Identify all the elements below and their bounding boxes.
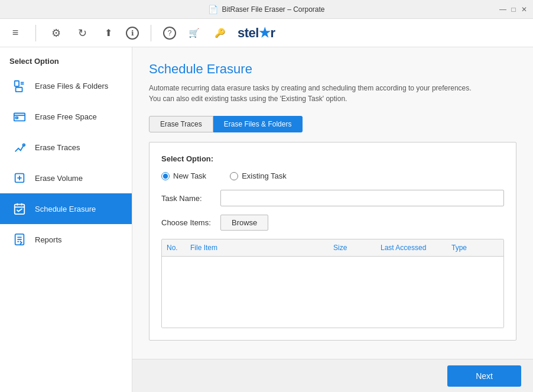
task-name-row: Task Name: <box>161 190 504 206</box>
task-name-label: Task Name: <box>161 194 220 203</box>
radio-new-task-text: New Task <box>173 171 206 180</box>
choose-items-row: Choose Items: Browse <box>161 215 504 231</box>
upload-icon[interactable]: ⬆ <box>100 25 116 41</box>
brand-logo: stel★r <box>238 25 275 41</box>
toolbar: ≡ ⚙ ↻ ⬆ ℹ ? 🛒 🔑 stel★r <box>0 19 533 47</box>
page-desc-line2: You can also edit existing tasks using t… <box>149 95 347 103</box>
sidebar-item-schedule-erasure[interactable]: Schedule Erasure <box>0 193 132 224</box>
help-icon[interactable]: ? <box>163 27 176 40</box>
sidebar-item-erase-free-space[interactable]: Erase Free Space <box>0 101 132 132</box>
erase-traces-icon <box>11 139 28 155</box>
sidebar: Select Option Erase Files & Folders <box>0 47 132 392</box>
sidebar-label-erase-traces: Erase Traces <box>35 143 80 152</box>
col-header-no: No. <box>167 244 190 252</box>
key-icon[interactable]: 🔑 <box>212 25 228 41</box>
task-type-radio-group: New Task Existing Task <box>161 171 504 180</box>
next-button[interactable]: Next <box>447 365 521 387</box>
erase-free-space-icon <box>11 108 28 125</box>
minimize-button[interactable]: — <box>499 5 507 14</box>
col-header-type: Type <box>451 244 499 252</box>
radio-existing-task[interactable] <box>230 172 238 180</box>
page-description: Automate recurring data erasure tasks by… <box>149 83 516 104</box>
sidebar-item-erase-files[interactable]: Erase Files & Folders <box>0 70 132 101</box>
page-title: Schedule Erasure <box>149 61 516 77</box>
svg-rect-6 <box>16 117 18 119</box>
radio-existing-task-label[interactable]: Existing Task <box>230 171 287 180</box>
col-header-last-accessed: Last Accessed <box>381 244 451 252</box>
tab-erase-files-folders[interactable]: Erase Files & Folders <box>213 116 303 132</box>
sidebar-label-erase-files: Erase Files & Folders <box>35 82 108 90</box>
file-table: No. File Item Size Last Accessed Type <box>161 239 504 328</box>
form-card: Select Option: New Task Existing Task Ta… <box>149 142 516 341</box>
col-header-file-item: File Item <box>190 244 333 252</box>
sidebar-label-erase-volume: Erase Volume <box>35 174 83 183</box>
tab-row: Erase Traces Erase Files & Folders <box>149 116 516 132</box>
app-title: BitRaser File Eraser – Corporate <box>222 5 324 14</box>
file-table-body <box>162 257 503 328</box>
schedule-erasure-icon <box>11 200 28 217</box>
sidebar-item-reports[interactable]: Reports <box>0 224 132 255</box>
sidebar-label-schedule-erasure: Schedule Erasure <box>35 205 96 213</box>
sidebar-label-reports: Reports <box>35 235 62 244</box>
settings-icon[interactable]: ⚙ <box>48 25 64 41</box>
cart-icon[interactable]: 🛒 <box>186 25 202 41</box>
toolbar-separator-1 <box>35 25 36 41</box>
menu-icon[interactable]: ≡ <box>7 25 24 41</box>
page-desc-line1: Automate recurring data erasure tasks by… <box>149 84 472 92</box>
task-name-input[interactable] <box>220 190 504 206</box>
choose-items-label: Choose Items: <box>161 218 220 227</box>
svg-rect-11 <box>15 205 25 215</box>
titlebar-title: 📄 BitRaser File Eraser – Corporate <box>208 5 324 14</box>
titlebar: 📄 BitRaser File Eraser – Corporate — □ ✕ <box>0 0 533 19</box>
window-controls: — □ ✕ <box>499 5 528 14</box>
sidebar-item-erase-traces[interactable]: Erase Traces <box>0 132 132 163</box>
close-button[interactable]: ✕ <box>520 5 528 14</box>
form-section-title: Select Option: <box>161 154 504 163</box>
sidebar-item-erase-volume[interactable]: Erase Volume <box>0 163 132 193</box>
radio-existing-task-text: Existing Task <box>242 171 287 180</box>
tab-erase-traces[interactable]: Erase Traces <box>149 116 213 132</box>
erase-volume-icon <box>11 170 28 186</box>
info-icon[interactable]: ℹ <box>126 27 139 40</box>
refresh-icon[interactable]: ↻ <box>74 25 90 41</box>
svg-rect-1 <box>16 88 22 92</box>
reports-icon <box>11 231 28 248</box>
radio-new-task-label[interactable]: New Task <box>161 171 206 180</box>
brand-star: ★ <box>259 25 271 40</box>
sidebar-heading: Select Option <box>0 47 132 70</box>
app-icon: 📄 <box>208 5 218 14</box>
col-header-size: Size <box>333 244 381 252</box>
svg-rect-0 <box>15 81 19 86</box>
bottom-bar: Next <box>132 359 533 392</box>
toolbar-separator-2 <box>151 25 151 41</box>
file-table-header: No. File Item Size Last Accessed Type <box>162 239 503 257</box>
maximize-button[interactable]: □ <box>509 5 518 14</box>
main-layout: Select Option Erase Files & Folders <box>0 47 533 392</box>
radio-new-task[interactable] <box>161 172 170 180</box>
content-area: Schedule Erasure Automate recurring data… <box>132 47 533 392</box>
erase-files-icon <box>11 77 28 94</box>
sidebar-label-erase-free-space: Erase Free Space <box>35 112 97 121</box>
browse-button[interactable]: Browse <box>220 215 268 231</box>
